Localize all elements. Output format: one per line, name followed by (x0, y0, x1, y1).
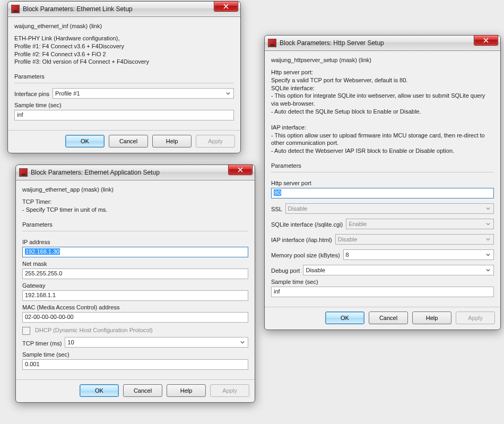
dhcp-row: DHCP (Dynamic Host Configuration Protoco… (22, 327, 248, 335)
apply-button: Apply (196, 135, 235, 148)
sample-time-input[interactable]: inf (14, 110, 234, 120)
help-button[interactable]: Help (152, 135, 192, 148)
window-title: Block Parameters: Http Server Setup (280, 39, 474, 47)
gateway-input[interactable]: 192.168.1.1 (22, 290, 248, 301)
ok-button[interactable]: OK (80, 384, 119, 397)
ok-button[interactable]: OK (65, 135, 105, 148)
button-row: OK Cancel Help Apply (8, 130, 240, 153)
button-row: OK Cancel Help Apply (16, 379, 255, 402)
combo-value: Disable (338, 236, 358, 243)
titlebar[interactable]: Block Parameters: Ethernet Link Setup (8, 2, 240, 17)
description-text: Http server port: Specify a valid TCP po… (271, 68, 494, 155)
iap-combo: Disable (335, 234, 494, 245)
description-text: ETH-PHY Link (Hardware configuration), P… (14, 34, 234, 66)
window-title: Block Parameters: Ethernet Link Setup (23, 5, 214, 13)
ip-input[interactable]: 192.168.1.30 (22, 247, 248, 257)
divider (271, 172, 494, 172)
close-button[interactable] (228, 165, 253, 175)
chevron-down-icon (238, 338, 247, 347)
chevron-down-icon (484, 266, 492, 274)
parameters-heading: Parameters (14, 73, 234, 80)
ssl-combo: Disable (285, 203, 494, 214)
debug-label: Debug port (271, 267, 300, 274)
ok-button[interactable]: OK (325, 311, 364, 324)
close-button[interactable] (214, 1, 238, 12)
divider (22, 231, 248, 231)
sample-time-label: Sample time (sec) (22, 351, 248, 358)
netmask-input[interactable]: 255.255.255.0 (22, 269, 248, 279)
combo-value: Disable (306, 267, 325, 273)
apply-button: Apply (456, 311, 495, 324)
sample-time-label: Sample time (sec) (271, 279, 494, 285)
interface-pins-combo[interactable]: Profile #1 (53, 88, 234, 99)
debug-combo[interactable]: Disable (303, 265, 494, 275)
ip-label: IP address (22, 239, 248, 245)
sample-time-input[interactable]: inf (271, 287, 494, 297)
mask-name: waijung_ethernet_app (mask) (link) (22, 186, 248, 194)
mac-label: MAC (Media Access Control) address (22, 304, 248, 310)
port-input[interactable]: 80 (271, 188, 494, 198)
iap-label: IAP interface (/iap.html) (271, 237, 332, 243)
window-title: Block Parameters: Ethernet Application S… (31, 169, 228, 176)
dialog-ethernet-link-setup: Block Parameters: Ethernet Link Setup wa… (7, 1, 241, 153)
combo-value: 8 (346, 252, 349, 258)
cancel-button[interactable]: Cancel (109, 135, 148, 148)
interface-pins-label: Interface pins (14, 91, 49, 97)
chevron-down-icon (224, 89, 232, 98)
dhcp-label: DHCP (Dynamic Host Configuration Protoco… (35, 327, 153, 333)
chevron-down-icon (484, 204, 492, 213)
app-icon (19, 168, 28, 177)
titlebar[interactable]: Block Parameters: Ethernet Application S… (16, 165, 255, 180)
divider (14, 83, 234, 83)
close-button[interactable] (474, 35, 498, 46)
combo-value: 10 (67, 339, 74, 345)
apply-button: Apply (210, 384, 249, 397)
cancel-button[interactable]: Cancel (369, 311, 408, 324)
sample-time-label: Sample time (sec) (14, 102, 234, 108)
dhcp-checkbox[interactable] (22, 327, 30, 335)
combo-value: Disable (288, 205, 308, 212)
help-button[interactable]: Help (167, 384, 206, 397)
parameters-heading: Parameters (22, 221, 248, 228)
gateway-label: Gateway (22, 282, 248, 289)
button-row: OK Cancel Help Apply (265, 307, 500, 330)
description-text: TCP Timer: - Specify TCP timer in unit o… (22, 198, 248, 214)
dialog-ethernet-app-setup: Block Parameters: Ethernet Application S… (15, 165, 255, 403)
combo-value: Profile #1 (55, 90, 80, 97)
mem-combo[interactable]: 8 (343, 249, 494, 260)
tcp-timer-combo[interactable]: 10 (65, 337, 248, 348)
chevron-down-icon (484, 220, 492, 228)
mask-name: waijung_httpserver_setup (mask) (link) (271, 56, 494, 64)
combo-value: Enable (349, 221, 367, 227)
ssl-label: SSL (271, 206, 282, 212)
tcp-timer-label: TCP timer (ms) (22, 340, 62, 347)
mask-name: waijung_ethernet_inf (mask) (link) (14, 22, 234, 30)
chevron-down-icon (484, 235, 492, 244)
sqlite-combo: Enable (346, 219, 494, 229)
netmask-label: Net mask (22, 261, 248, 267)
chevron-down-icon (484, 250, 492, 259)
sample-time-input[interactable]: 0.001 (22, 359, 248, 370)
parameters-heading: Parameters (271, 162, 494, 169)
app-icon (11, 5, 20, 13)
app-icon (268, 39, 276, 47)
help-button[interactable]: Help (412, 311, 451, 324)
mac-input[interactable]: 02-00-00-00-00-00 (22, 312, 248, 323)
port-label: Http server port (271, 180, 494, 186)
mem-label: Memory pool size (kBytes) (271, 252, 340, 258)
dialog-http-server-setup: Block Parameters: Http Server Setup waij… (264, 35, 501, 330)
sqlite-label: SQLite interface (/sqlite.cgi) (271, 221, 343, 228)
titlebar[interactable]: Block Parameters: Http Server Setup (265, 36, 500, 51)
cancel-button[interactable]: Cancel (123, 384, 162, 397)
